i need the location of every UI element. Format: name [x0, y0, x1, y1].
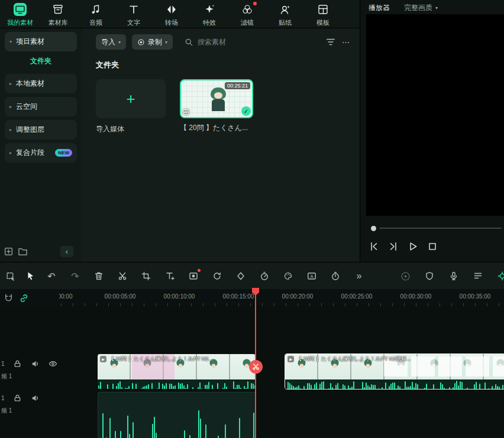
sidebar-item-label: 调整图层	[16, 125, 44, 135]
new-folder-icon[interactable]	[18, 246, 28, 257]
chroma-key-button[interactable]	[209, 268, 225, 284]
new-project-icon[interactable]	[4, 246, 14, 257]
audio-icon	[89, 3, 102, 16]
nav-item-templates[interactable]: 模板	[304, 0, 342, 28]
mute-icon[interactable]	[31, 394, 40, 403]
quality-value: 完整画质	[404, 3, 432, 13]
import-button[interactable]: 导入 ▾	[96, 34, 126, 50]
new-badge: NEW	[55, 149, 72, 157]
sidebar-item-project-media[interactable]: ▾ 项目素材	[5, 32, 77, 51]
crop-button[interactable]	[138, 268, 154, 284]
quality-selector[interactable]: 完整画质 ▾	[404, 3, 438, 13]
caret-right-icon: ▸	[9, 150, 12, 155]
video-clip-2[interactable]: ▶ 【 20問 】たくさん練習しよう！JLPT N2聴解...	[285, 353, 504, 390]
render-preview-button[interactable]	[398, 268, 413, 284]
nav-label: 贴纸	[279, 18, 292, 27]
sidebar-item-label: 项目素材	[16, 37, 44, 47]
sidebar-item-compound-clip[interactable]: ▸ 复合片段 NEW	[5, 143, 77, 163]
search-input[interactable]	[198, 38, 274, 46]
nav-item-audio[interactable]: 音频	[77, 0, 115, 28]
video-clip-1[interactable]: ▶ 【 20問 】たくさん練習しよう！JLPT N2...	[98, 354, 256, 389]
shield-button[interactable]	[422, 268, 437, 284]
sidebar-item-adjustment-layer[interactable]: ▸ 调整图层	[5, 120, 77, 139]
nav-label: 音频	[89, 18, 102, 27]
box-select-tool[interactable]	[3, 268, 18, 284]
chevron-down-icon: ▾	[165, 40, 167, 45]
add-text-button[interactable]	[162, 268, 177, 284]
play-icon: ▶	[100, 356, 106, 362]
eye-icon[interactable]	[49, 359, 57, 368]
track-label: 频 1	[1, 407, 12, 415]
seek-knob[interactable]	[371, 226, 376, 231]
play-button[interactable]	[408, 241, 419, 253]
speed-button[interactable]	[257, 268, 272, 284]
cut-cursor[interactable]	[249, 360, 263, 374]
effects-icon	[203, 3, 216, 16]
redo-button[interactable]: ↷	[67, 268, 83, 284]
track-label: 频 1	[1, 372, 12, 381]
video-card-title: 【 20問 】たくさん...	[180, 123, 256, 133]
nav-item-filters[interactable]: 滤镜	[228, 0, 266, 28]
lock-icon[interactable]	[13, 359, 22, 368]
plus-icon: +	[126, 91, 135, 106]
collapse-sidebar-button[interactable]: ‹	[60, 246, 73, 257]
audio-clip-1[interactable]	[98, 392, 256, 438]
nav-label: 模板	[316, 18, 329, 27]
stop-button[interactable]	[427, 241, 439, 253]
next-frame-button[interactable]	[388, 241, 400, 253]
voiceover-mic-button[interactable]	[446, 268, 461, 284]
ruler-label: 00:00:05:00	[105, 293, 136, 300]
video-card[interactable]: 00:25:21 ✓	[180, 79, 253, 118]
player-panel: 播放器 完整画质 ▾	[360, 0, 504, 262]
delete-button[interactable]	[91, 268, 106, 284]
nav-item-text[interactable]: 文字	[115, 0, 153, 28]
sidebar-footer: ‹	[0, 246, 82, 258]
nav-item-stock-media[interactable]: 素材库	[39, 0, 77, 28]
timeline-ruler[interactable]: 00:00:00 00:00:05:00 00:00:10:00 00:00:1…	[59, 289, 504, 306]
mute-icon[interactable]	[31, 359, 40, 368]
filter-icon[interactable]	[325, 37, 336, 47]
ruler-label: 00:00:30:00	[400, 293, 432, 300]
timeline-toolbar: ↶ ↷ A »	[0, 262, 504, 289]
nav-item-transition[interactable]: 转场	[153, 0, 190, 28]
import-media-card[interactable]: +	[96, 79, 166, 118]
sidebar-item-cloud-space[interactable]: ▸ 云空间	[5, 97, 77, 116]
keyframe-button[interactable]	[233, 268, 248, 284]
more-tools-button[interactable]: »	[351, 268, 367, 284]
stock-media-icon	[51, 3, 64, 16]
lock-icon[interactable]	[13, 394, 22, 403]
timer-button[interactable]	[328, 268, 343, 284]
color-button[interactable]	[280, 268, 296, 284]
snap-icon[interactable]	[4, 293, 14, 303]
ruler-label: 00:00:35:00	[460, 293, 491, 300]
sidebar: ▾ 项目素材 文件夹 ▸ 本地素材 ▸ 云空间 ▸ 调整图层 ▸ 复合片段 NE…	[0, 28, 82, 262]
undo-button[interactable]: ↶	[44, 268, 59, 284]
nav-item-my-media[interactable]: 我的素材	[1, 0, 39, 28]
ruler-label: 00:00:20:00	[282, 293, 314, 300]
marker-list-button[interactable]	[470, 268, 486, 284]
previous-frame-button[interactable]	[369, 241, 380, 253]
link-icon[interactable]	[19, 293, 29, 303]
seek-track	[379, 228, 502, 229]
nav-item-effects[interactable]: 特效	[190, 0, 228, 28]
seek-bar[interactable]	[371, 225, 502, 232]
more-options-button[interactable]: ⋯	[342, 38, 350, 47]
record-button[interactable]: 录制 ▾	[132, 34, 173, 50]
video-preview	[366, 14, 504, 216]
cursor-tool[interactable]	[22, 268, 38, 284]
sidebar-item-label: 本地素材	[16, 79, 44, 89]
split-button[interactable]	[115, 268, 130, 284]
auto-ripple-button[interactable]	[495, 268, 504, 284]
auto-caption-button[interactable]: A	[304, 268, 319, 284]
nav-label: 文字	[127, 18, 140, 27]
clip-title: 【 20問 】たくさん練習しよう！JLPT N2...	[109, 355, 213, 363]
sidebar-item-local-media[interactable]: ▸ 本地素材	[5, 74, 77, 93]
my-media-icon	[14, 3, 27, 16]
nav-label: 转场	[165, 18, 178, 27]
nav-item-stickers[interactable]: 贴纸	[266, 0, 304, 28]
player-header: 播放器 完整画质 ▾	[360, 0, 504, 14]
sidebar-item-folder[interactable]: 文件夹	[0, 51, 82, 70]
text-icon	[127, 3, 140, 16]
mask-button[interactable]	[186, 268, 201, 284]
transition-icon	[165, 3, 178, 16]
